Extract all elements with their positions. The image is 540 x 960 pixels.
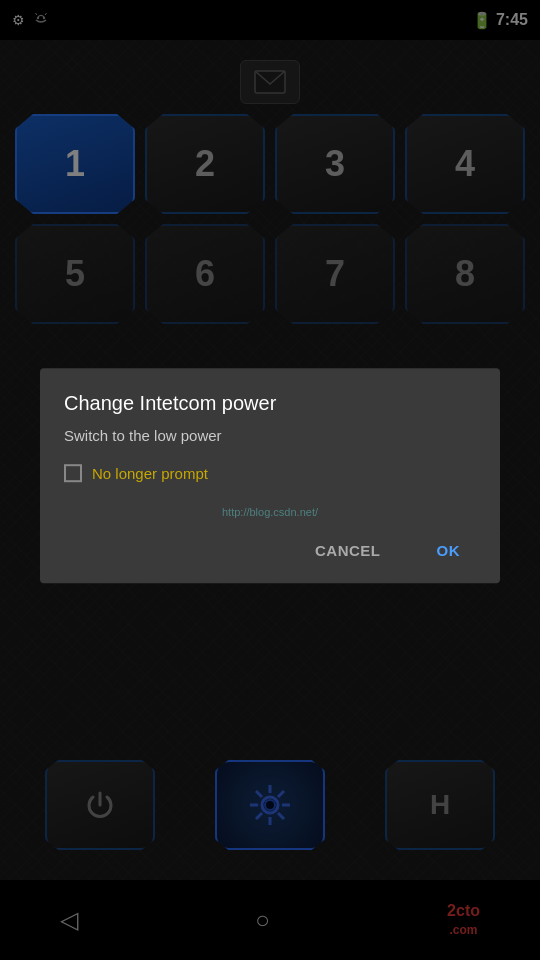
ok-button[interactable]: Ok: [421, 534, 477, 567]
dialog-message: Switch to the low power: [64, 427, 476, 444]
no-longer-prompt-checkbox[interactable]: [64, 464, 82, 482]
dialog-buttons: CANCEL Ok: [64, 526, 476, 567]
cancel-button[interactable]: CANCEL: [299, 534, 397, 567]
no-longer-prompt-label: No longer prompt: [92, 465, 208, 482]
watermark: http://blog.csdn.net/: [64, 506, 476, 518]
dialog: Change Intetcom power Switch to the low …: [40, 368, 500, 583]
dialog-checkbox-row: No longer prompt: [64, 464, 476, 482]
dialog-title: Change Intetcom power: [64, 392, 476, 415]
